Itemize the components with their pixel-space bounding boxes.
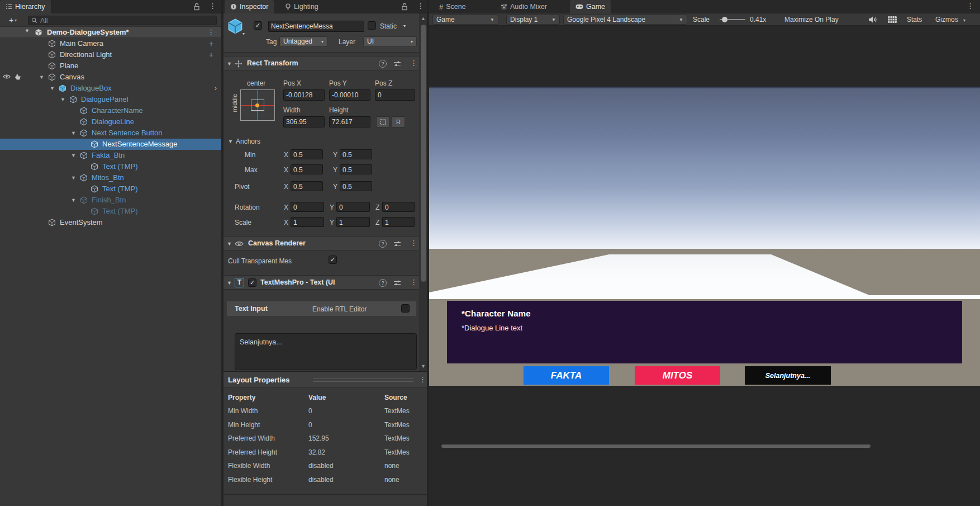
layout-properties-header[interactable]: Layout Properties ⋮ bbox=[223, 371, 428, 388]
game-menu-icon[interactable]: ⋮ bbox=[967, 3, 974, 10]
scrollbar-thumb[interactable] bbox=[421, 25, 426, 282]
maximize-on-play-button[interactable]: Maximize On Play bbox=[784, 16, 839, 23]
presets-icon[interactable] bbox=[393, 60, 401, 67]
help-icon[interactable]: ? bbox=[379, 279, 387, 287]
game-mode-dropdown[interactable]: Game ▼ bbox=[432, 15, 498, 25]
foldout-open-icon[interactable]: ▼ bbox=[50, 86, 55, 91]
tab-audio-mixer[interactable]: Audio Mixer bbox=[495, 0, 553, 13]
prefab-foldout-icon[interactable]: ▾ bbox=[242, 31, 245, 36]
pos-z-field[interactable]: 0 bbox=[375, 89, 415, 101]
tab-lighting[interactable]: Lighting bbox=[279, 0, 324, 13]
foldout-open-icon[interactable]: ▼ bbox=[25, 28, 30, 34]
pivot-y-field[interactable]: 0.5 bbox=[340, 181, 372, 191]
hierarchy-item-fakta-btn[interactable]: ▼Fakta_Btn bbox=[0, 150, 221, 161]
rotation-x-field[interactable]: 0 bbox=[291, 202, 324, 212]
foldout-open-icon[interactable]: ▼ bbox=[71, 175, 76, 181]
component-menu-icon[interactable]: ⋮ bbox=[410, 279, 417, 286]
scene-menu-icon[interactable]: ⋮ bbox=[207, 29, 215, 36]
foldout-open-icon[interactable]: ▼ bbox=[227, 280, 232, 286]
hierarchy-item-directional-light[interactable]: Directional Light+ bbox=[0, 49, 221, 60]
layout-properties-menu-icon[interactable]: ⋮ bbox=[419, 376, 426, 383]
hierarchy-item-dialoguepanel[interactable]: ▼DialoguePanel bbox=[0, 94, 221, 105]
add-badge-icon[interactable]: + bbox=[209, 50, 213, 59]
inspector-menu-icon[interactable]: ⋮ bbox=[417, 3, 424, 10]
scroll-down-icon[interactable]: ▼ bbox=[421, 363, 426, 369]
rotation-z-field[interactable]: 0 bbox=[382, 202, 415, 212]
prefab-open-chevron-icon[interactable]: › bbox=[215, 84, 217, 93]
textmeshpro-header[interactable]: ▼ T ✓ TextMeshPro - Text (UI ? ⋮ bbox=[223, 275, 428, 290]
pickability-hand-icon[interactable] bbox=[14, 73, 21, 81]
hierarchy-item-text-tmp[interactable]: Text (TMP) bbox=[0, 206, 221, 217]
anchor-min-x-field[interactable]: 0.5 bbox=[291, 149, 323, 159]
tag-dropdown[interactable]: Untagged ▾ bbox=[279, 36, 327, 47]
gizmos-dropdown[interactable]: Gizmos bbox=[935, 16, 958, 23]
pos-y-field[interactable]: -0.00010 bbox=[329, 89, 370, 101]
static-checkbox[interactable] bbox=[368, 21, 376, 30]
anchor-max-x-field[interactable]: 0.5 bbox=[291, 164, 323, 174]
pos-x-field[interactable]: -0.00128 bbox=[283, 89, 325, 101]
hierarchy-item-canvas[interactable]: ▼Canvas bbox=[0, 72, 221, 83]
hierarchy-search-input[interactable]: All bbox=[28, 16, 217, 25]
hierarchy-item-text-tmp[interactable]: Text (TMP) bbox=[0, 183, 221, 195]
gameobject-name-field[interactable]: NextSentenceMessa bbox=[268, 21, 364, 32]
tab-hierarchy[interactable]: Hierarchy bbox=[0, 0, 51, 13]
hierarchy-item-plane[interactable]: Plane bbox=[0, 60, 221, 72]
anchor-min-y-field[interactable]: 0.5 bbox=[340, 149, 372, 159]
foldout-open-icon[interactable]: ▼ bbox=[227, 61, 232, 67]
component-menu-icon[interactable]: ⋮ bbox=[410, 60, 417, 67]
raw-mode-button[interactable]: R bbox=[392, 116, 405, 127]
game-button-selanjutnya[interactable]: Selanjutnya... bbox=[745, 366, 831, 385]
foldout-open-icon[interactable]: ▼ bbox=[71, 197, 76, 203]
scale-slider-knob[interactable] bbox=[722, 17, 727, 22]
layer-dropdown[interactable]: UI ▾ bbox=[363, 36, 417, 47]
presets-icon[interactable] bbox=[393, 280, 401, 286]
add-badge-icon[interactable]: + bbox=[209, 39, 213, 48]
hierarchy-scene-row[interactable]: ▼ Demo-DialogueSystem* ⋮ bbox=[0, 27, 221, 38]
display-dropdown[interactable]: Display 1 ▼ bbox=[506, 15, 560, 25]
enable-rtl-checkbox[interactable] bbox=[401, 304, 410, 313]
vsync-grid-icon[interactable] bbox=[887, 16, 897, 23]
tab-game[interactable]: Game bbox=[570, 0, 611, 13]
tmp-text-area[interactable]: Selanjutnya... bbox=[235, 333, 417, 370]
pivot-x-field[interactable]: 0.5 bbox=[291, 181, 323, 191]
help-icon[interactable]: ? bbox=[379, 60, 387, 68]
foldout-open-icon[interactable]: ▼ bbox=[60, 97, 65, 102]
hierarchy-item-mitos-btn[interactable]: ▼Mitos_Btn bbox=[0, 172, 221, 183]
drag-handle[interactable] bbox=[313, 379, 413, 379]
rect-transform-header[interactable]: ▼ Rect Transform ? ⋮ bbox=[223, 56, 428, 70]
device-dropdown[interactable]: Google Pixel 4 Landscape ▼ bbox=[563, 15, 687, 25]
help-icon[interactable]: ? bbox=[379, 240, 387, 248]
hierarchy-item-charactername[interactable]: CharacterName bbox=[0, 105, 221, 116]
anchor-preset-widget[interactable] bbox=[240, 89, 275, 121]
active-checkbox[interactable]: ✓ bbox=[254, 21, 262, 30]
hierarchy-item-nextsentencemessage[interactable]: NextSentenceMessage bbox=[0, 139, 221, 150]
foldout-open-icon[interactable]: ▼ bbox=[71, 153, 76, 158]
tab-inspector[interactable]: Inspector bbox=[225, 0, 274, 13]
stats-button[interactable]: Stats bbox=[907, 16, 922, 23]
height-field[interactable]: 72.617 bbox=[329, 116, 370, 127]
foldout-open-icon[interactable]: ▼ bbox=[39, 74, 44, 80]
scale-z-field[interactable]: 1 bbox=[382, 217, 415, 227]
mute-audio-icon[interactable] bbox=[868, 16, 877, 23]
game-horizontal-scrollbar[interactable] bbox=[441, 444, 870, 448]
foldout-open-icon[interactable]: ▼ bbox=[71, 130, 76, 136]
chevron-down-icon[interactable]: ▾ bbox=[963, 18, 965, 23]
add-object-button[interactable]: + ▾ bbox=[3, 15, 23, 25]
rotation-y-field[interactable]: 0 bbox=[336, 202, 370, 212]
hierarchy-menu-icon[interactable]: ⋮ bbox=[209, 3, 216, 10]
width-field[interactable]: 306.95 bbox=[283, 116, 325, 127]
hierarchy-item-text-tmp[interactable]: Text (TMP) bbox=[0, 161, 221, 172]
scale-y-field[interactable]: 1 bbox=[336, 217, 370, 227]
hierarchy-item-dialoguebox[interactable]: ▼DialogueBox› bbox=[0, 83, 221, 94]
component-menu-icon[interactable]: ⋮ bbox=[410, 240, 417, 247]
component-enabled-checkbox[interactable]: ✓ bbox=[248, 278, 256, 287]
scale-x-field[interactable]: 1 bbox=[291, 217, 324, 227]
hierarchy-item-eventsystem[interactable]: EventSystem bbox=[0, 217, 221, 228]
game-button-fakta[interactable]: FAKTA bbox=[524, 366, 609, 385]
hierarchy-item-finish-btn[interactable]: ▼Finish_Btn bbox=[0, 195, 221, 206]
hierarchy-item-main-camera[interactable]: Main Camera+ bbox=[0, 38, 221, 49]
hierarchy-item-next-sentence-button[interactable]: ▼Next Sentence Button bbox=[0, 127, 221, 139]
blueprint-mode-button[interactable] bbox=[376, 116, 389, 127]
inspector-lock-icon[interactable] bbox=[401, 3, 408, 11]
scroll-up-icon[interactable]: ▲ bbox=[421, 16, 426, 21]
